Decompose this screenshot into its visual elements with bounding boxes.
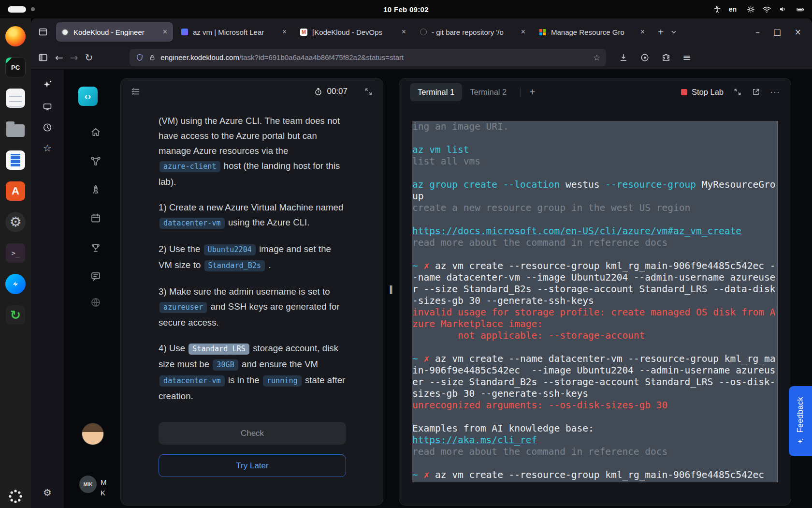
dock-files[interactable] [4, 118, 27, 141]
accessibility-icon[interactable] [713, 5, 722, 14]
notes-app-icon [6, 89, 25, 108]
system-topbar: 10 Feb 09:02 en [0, 0, 812, 18]
panel-resize-handle[interactable]: ‖ [386, 282, 396, 296]
terminal-scrollbar[interactable] [777, 121, 778, 482]
learning-path-icon[interactable] [90, 155, 102, 167]
rocket-icon[interactable] [90, 184, 102, 195]
window-close-button[interactable]: × [795, 27, 801, 37]
tab-ms-learn-az-vm[interactable]: az vm | Microsoft Lear × [175, 22, 292, 42]
tab-close-icon[interactable]: × [520, 27, 526, 37]
terminal-output[interactable]: ing an image URI.az vm listlist all vmsa… [412, 121, 778, 482]
system-status-area[interactable]: en [713, 0, 806, 18]
sidebar-toggle-icon[interactable] [38, 52, 48, 63]
stop-lab-button[interactable]: Stop Lab [681, 88, 724, 97]
dock-pycharm[interactable]: PC [4, 56, 27, 79]
sidebar-settings-gear-icon[interactable]: ⚙ [43, 487, 52, 498]
home-icon[interactable] [90, 126, 102, 138]
window-maximize-button[interactable]: □ [773, 27, 781, 37]
wifi-icon[interactable] [762, 5, 771, 14]
tab-manage-resource-group[interactable]: Manage Resource Gro × [534, 22, 651, 42]
workspace-dot[interactable] [31, 7, 35, 11]
screen-share-icon[interactable] [43, 102, 53, 112]
expand-terminal-icon[interactable] [733, 88, 742, 96]
gear-icon: ⚙ [5, 212, 26, 232]
back-button[interactable]: ← [55, 52, 63, 63]
user-avatar[interactable] [82, 423, 104, 445]
expand-panel-icon[interactable] [364, 87, 373, 96]
dock-writer[interactable] [4, 149, 27, 172]
workspace-pill[interactable] [8, 6, 26, 13]
terminal-header: Terminal 1 Terminal 2 + Stop Lab ··· [399, 78, 791, 105]
feedback-chat-icon[interactable] [90, 270, 102, 282]
battery-icon[interactable] [795, 5, 806, 14]
url-domain: engineer.kodekloud.com [160, 53, 239, 61]
extensions-puzzle-icon[interactable] [661, 53, 671, 62]
downloads-icon[interactable] [619, 53, 628, 62]
tab-kodekloud-engineer[interactable]: KodeKloud - Engineer × [56, 22, 173, 42]
tab-close-icon[interactable]: × [639, 27, 646, 37]
firefox-window: KodeKloud - Engineer × az vm | Microsoft… [31, 18, 812, 508]
pycharm-icon: PC [5, 57, 26, 77]
new-tab-button[interactable]: + [658, 26, 664, 38]
dock-notes-app[interactable] [4, 87, 27, 110]
open-external-icon[interactable] [752, 88, 760, 96]
history-clock-icon[interactable] [43, 122, 53, 133]
reload-button[interactable]: ↻ [85, 52, 93, 63]
extension-icon[interactable] [640, 53, 650, 62]
tab-terminal-1[interactable]: Terminal 1 [410, 83, 462, 101]
feedback-label: Feedback [796, 397, 805, 433]
profile-initials-badge[interactable]: MIK [79, 476, 97, 493]
dock-settings[interactable]: ⚙ [4, 210, 27, 234]
microsoft-favicon [538, 28, 547, 36]
gmail-favicon: M [300, 28, 308, 36]
kodekloud-logo[interactable]: ‹› [78, 87, 98, 106]
dock-firefox[interactable] [4, 25, 27, 48]
bookmark-star-icon[interactable]: ☆ [593, 53, 600, 62]
dock-apps-logo[interactable] [4, 485, 27, 508]
tracking-protection-shield-icon[interactable] [135, 53, 144, 62]
dock-terminal[interactable]: >_ [4, 241, 27, 265]
stopwatch-icon [314, 87, 323, 96]
calendar-icon[interactable] [90, 212, 102, 224]
tab-terminal-2[interactable]: Terminal 2 [462, 83, 514, 101]
system-clock[interactable]: 10 Feb 09:02 [383, 0, 429, 18]
more-options-icon[interactable]: ··· [770, 87, 780, 97]
terminal-app-icon: >_ [6, 243, 25, 263]
tab-git-bare-repository[interactable]: - git bare repository '/o × [414, 22, 531, 42]
brightness-icon[interactable] [747, 5, 755, 14]
dock-messenger[interactable] [4, 272, 27, 296]
feedback-ribbon[interactable]: Feedback [789, 386, 812, 456]
trophy-icon[interactable] [90, 242, 102, 254]
tab-title: Manage Resource Gro [551, 28, 635, 36]
tab-close-icon[interactable]: × [281, 27, 288, 37]
url-bar[interactable]: engineer.kodekloud.com/task?id=691b0a6a4… [130, 49, 606, 66]
tab-gmail-kodekloud[interactable]: M [KodeKloud - DevOps × [295, 22, 412, 42]
task-panel: 00:07 (VM) using the Azure CLI. The team… [120, 78, 383, 506]
window-minimize-button[interactable]: – [755, 27, 760, 37]
keyboard-layout-indicator[interactable]: en [729, 5, 737, 13]
ai-sparkle-icon[interactable] [42, 79, 53, 90]
new-terminal-button[interactable]: + [529, 86, 535, 98]
lock-icon[interactable] [148, 54, 156, 61]
globe-icon[interactable] [90, 297, 102, 308]
firefox-view-icon[interactable] [38, 27, 48, 37]
kodekloud-favicon [61, 28, 69, 36]
stop-lab-label: Stop Lab [692, 88, 724, 97]
software-updater-icon: ↻ [6, 305, 25, 325]
terminal-panel: Terminal 1 Terminal 2 + Stop Lab ··· [399, 78, 791, 506]
task-checklist-icon[interactable] [130, 87, 141, 97]
forward-button[interactable]: → [70, 52, 78, 63]
tab-list-chevron-icon[interactable] [669, 28, 678, 36]
dock-updater[interactable]: ↻ [4, 303, 27, 327]
tab-title: KodeKloud - Engineer [73, 28, 158, 36]
menu-hamburger-icon[interactable]: ≡ [682, 52, 691, 63]
dock-store[interactable]: A [4, 179, 27, 203]
tab-title: az vm | Microsoft Lear [193, 28, 277, 36]
tab-close-icon[interactable]: × [401, 27, 407, 37]
tab-close-icon[interactable]: × [162, 27, 168, 37]
volume-icon[interactable] [779, 5, 787, 14]
check-button[interactable]: Check [159, 422, 346, 445]
bookmarks-star-icon[interactable]: ☆ [43, 142, 52, 154]
feedback-sparkle-icon [797, 438, 804, 446]
try-later-button[interactable]: Try Later [159, 454, 346, 477]
